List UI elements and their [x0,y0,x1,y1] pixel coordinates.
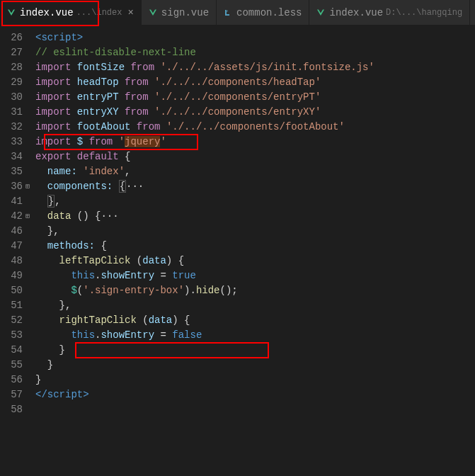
line-number: 56 [0,373,23,387]
line-number: 28 [0,60,23,75]
code-line: this.showEntry = true [35,268,475,283]
less-icon [224,8,232,17]
vue-icon [149,8,157,17]
fold-icon[interactable]: ⊞ [25,179,30,194]
tab-sublabel: D:\...\hangqing [386,8,462,18]
code-line: ⊞ components: {··· [35,179,475,194]
line-number: 42 [0,209,23,224]
code-line: }, [35,298,475,313]
close-icon[interactable]: × [127,7,133,18]
tab-bar: index.vue ...\index × sign.vue common.le… [0,0,475,25]
line-number: 29 [0,75,23,90]
line-gutter: 26 27 28 29 30 31 32 33 34 35 36 41 42 4… [0,30,35,417]
tab-webpack[interactable]: JS webpack.base.c [470,0,475,25]
vue-icon [316,8,325,17]
line-number: 47 [0,239,23,254]
line-number: 52 [0,313,23,328]
vue-icon [7,8,16,17]
line-number: 26 [0,30,23,45]
line-number: 35 [0,164,23,179]
code-line: $('.sign-entry-box').hide(); [35,283,475,298]
code-line: import fontSize from './../../assets/js/… [35,60,475,75]
code-line: } [35,373,475,387]
line-number: 41 [0,194,23,209]
tab-index-vue[interactable]: index.vue ...\index × [0,0,142,25]
line-number: 30 [0,90,23,105]
code-line: export default { [35,149,475,164]
code-editor[interactable]: 26 27 28 29 30 31 32 33 34 35 36 41 42 4… [0,25,475,417]
code-line: rightTapClick (data) { [35,313,475,328]
line-number: 54 [0,343,23,358]
code-line: }, [35,224,475,239]
tab-label: index.vue [329,7,383,18]
line-number: 58 [0,402,23,417]
line-number: 49 [0,268,23,283]
code-line: this.showEntry = false [35,328,475,343]
code-line: } [35,358,475,373]
code-line: leftTapClick (data) { [35,254,475,268]
code-line: </script> [35,387,475,402]
tab-label: common.less [236,7,302,18]
code-line: }, [35,194,475,209]
line-number: 57 [0,387,23,402]
line-number: 48 [0,254,23,268]
code-line: } [35,343,475,358]
line-number: 27 [0,45,23,60]
code-line: import headTop from './../../components/… [35,75,475,90]
line-number: 33 [0,135,23,149]
code-line: // eslint-disable-next-line [35,45,475,60]
line-number: 32 [0,120,23,135]
line-number: 50 [0,283,23,298]
line-number: 36 [0,179,23,194]
code-line [35,402,475,417]
line-number: 53 [0,328,23,343]
tab-sign-vue[interactable]: sign.vue [142,0,217,25]
code-line: import $ from 'jquery' [35,135,475,149]
line-number: 31 [0,105,23,120]
code-line: import entryXY from './../../components/… [35,105,475,120]
code-area[interactable]: <script> // eslint-disable-next-line imp… [35,30,475,417]
line-number: 46 [0,224,23,239]
tab-common-less[interactable]: common.less [217,0,309,25]
code-line: import entryPT from './../../components/… [35,90,475,105]
code-line: import footAbout from './../../component… [35,120,475,135]
code-line: methods: { [35,239,475,254]
tab-index-vue-hangqing[interactable]: index.vue D:\...\hangqing [309,0,470,25]
code-line: ⊞ data () {··· [35,209,475,224]
line-number: 55 [0,358,23,373]
code-line: name: 'index', [35,164,475,179]
tab-label: sign.vue [161,7,209,18]
fold-icon[interactable]: ⊞ [25,209,30,224]
tab-sublabel: ...\index [76,8,122,18]
line-number: 34 [0,149,23,164]
tab-label: index.vue [20,7,74,18]
code-line: <script> [35,30,475,45]
line-number: 51 [0,298,23,313]
